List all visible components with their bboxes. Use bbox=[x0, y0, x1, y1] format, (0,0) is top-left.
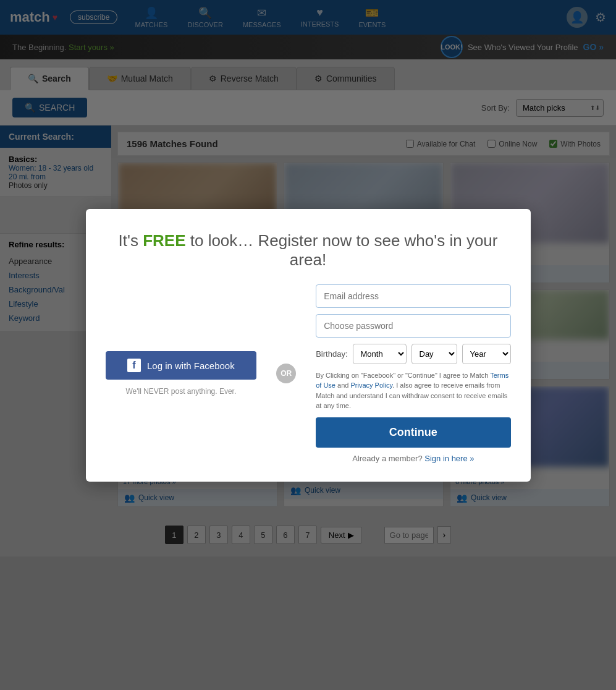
day-select[interactable]: Day1234 5678910 bbox=[411, 344, 457, 364]
modal-left: f Log in with Facebook We'll NEVER post … bbox=[106, 284, 257, 463]
facebook-icon: f bbox=[127, 359, 141, 372]
privacy-link[interactable]: Privacy Policy bbox=[350, 381, 392, 389]
modal-title-free: FREE bbox=[143, 231, 185, 250]
already-member-text: Already a member? bbox=[352, 454, 422, 463]
modal-right: Birthday: MonthJanFebMar AprMayJunJul Au… bbox=[316, 284, 510, 463]
modal-overlay: It's FREE to look… Register now to see w… bbox=[0, 0, 616, 556]
birthday-label: Birthday: bbox=[316, 349, 347, 359]
terms-link[interactable]: Terms of Use bbox=[316, 372, 508, 390]
signin-link[interactable]: Sign in here » bbox=[424, 454, 474, 463]
or-label: OR bbox=[276, 364, 296, 383]
modal-title: It's FREE to look… Register now to see w… bbox=[106, 231, 511, 270]
facebook-login-button[interactable]: f Log in with Facebook bbox=[106, 351, 257, 380]
never-post-text: We'll NEVER post anything. Ever. bbox=[125, 387, 236, 396]
signin-row: Already a member? Sign in here » bbox=[316, 454, 510, 463]
month-select[interactable]: MonthJanFebMar AprMayJunJul AugSepOctNov… bbox=[353, 344, 407, 364]
facebook-btn-label: Log in with Facebook bbox=[147, 360, 235, 371]
modal-title-post: to look… Register now to see who's in yo… bbox=[186, 231, 498, 269]
password-input[interactable] bbox=[316, 314, 510, 338]
email-input[interactable] bbox=[316, 284, 510, 308]
registration-modal: It's FREE to look… Register now to see w… bbox=[86, 209, 531, 482]
modal-title-pre: It's bbox=[119, 231, 143, 250]
continue-button[interactable]: Continue bbox=[316, 417, 510, 448]
or-divider: OR bbox=[276, 284, 296, 463]
birthday-row: Birthday: MonthJanFebMar AprMayJunJul Au… bbox=[316, 344, 510, 364]
terms-text: By Clicking on "Facebook" or "Continue" … bbox=[316, 370, 510, 411]
modal-body: f Log in with Facebook We'll NEVER post … bbox=[106, 284, 511, 463]
year-select[interactable]: Year2000199919981997 1996199519901985198… bbox=[462, 344, 511, 364]
